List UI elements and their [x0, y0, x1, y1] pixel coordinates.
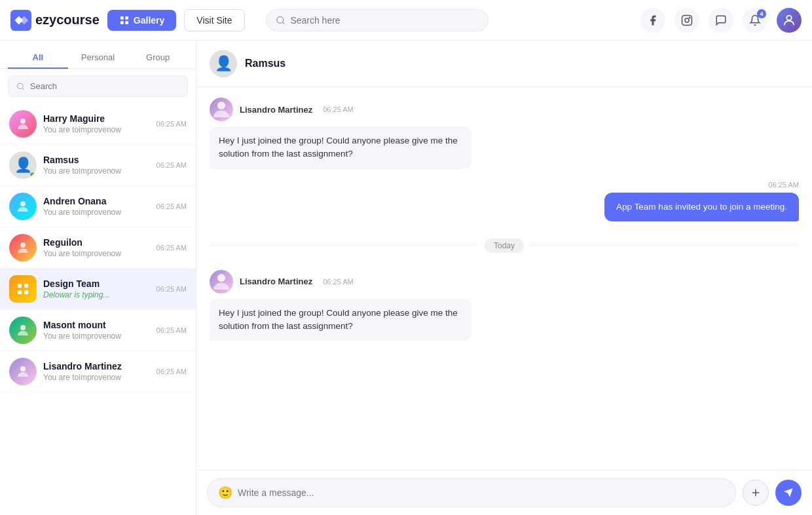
- contact-preview-design: Delowar is typing...: [43, 290, 150, 299]
- contact-info-lisandro: Lisandro Martinez You are toimprovenow: [43, 361, 150, 382]
- sidebar-search-input[interactable]: [30, 81, 179, 91]
- contact-preview-ramsus: You are toimprovenow: [43, 166, 150, 176]
- avatar-masont: [9, 316, 37, 344]
- tab-personal[interactable]: Personal: [68, 47, 128, 69]
- svg-point-18: [20, 325, 26, 330]
- message-bubble-row-3: Hey I just joined the group! Could anyon…: [210, 299, 799, 341]
- logo-text: ezycourse: [35, 12, 100, 28]
- main-content: All Personal Group Harry Maguire You are…: [0, 41, 812, 515]
- message-sender-row-3: Lisandro Martinez 06:25 AM: [210, 270, 799, 294]
- contact-item-reguilon[interactable]: Reguilon You are toimprovenow 06:25 AM: [0, 227, 196, 269]
- send-message-button[interactable]: [775, 480, 802, 506]
- contact-time-design: 06:25 AM: [157, 285, 187, 293]
- svg-point-5: [276, 16, 283, 23]
- contact-item-lisandro[interactable]: Lisandro Martinez You are toimprovenow 0…: [0, 351, 196, 392]
- global-search-input[interactable]: [290, 15, 478, 26]
- contact-name-harry: Harry Maguire: [43, 113, 150, 124]
- svg-point-19: [20, 366, 26, 372]
- contact-list: Harry Maguire You are toimprovenow 06:25…: [0, 104, 196, 515]
- contact-time-harry: 06:25 AM: [157, 120, 187, 128]
- contact-item-design[interactable]: Design Team Delowar is typing... 06:25 A…: [0, 269, 196, 310]
- avatar-andren: [9, 193, 37, 220]
- avatar-lisandro: [9, 358, 37, 385]
- header-icons: 4: [640, 8, 802, 33]
- contact-name-lisandro: Lisandro Martinez: [43, 361, 150, 372]
- contact-name-reguilon: Reguilon: [43, 237, 150, 248]
- message-bubble-row-1: Hey I just joined the group! Could anyon…: [210, 126, 799, 169]
- messages-button[interactable]: [709, 8, 733, 33]
- contact-item-masont[interactable]: Masont mount You are toimprovenow 06:25 …: [0, 310, 196, 351]
- svg-rect-15: [24, 284, 28, 288]
- day-divider: Today: [210, 238, 799, 253]
- contact-preview-lisandro: You are toimprovenow: [43, 373, 150, 382]
- tab-all[interactable]: All: [8, 47, 68, 69]
- contact-time-reguilon: 06:25 AM: [157, 244, 187, 252]
- svg-rect-1: [120, 16, 124, 20]
- sidebar-tabs: All Personal Group: [0, 41, 196, 69]
- contact-item-andren[interactable]: Andren Onana You are toimprovenow 06:25 …: [0, 186, 196, 227]
- message-sender-avatar-1: [210, 98, 233, 121]
- message-time-3: 06:25 AM: [323, 278, 353, 286]
- message-input[interactable]: [238, 487, 725, 498]
- message-bubble-3: Hey I just joined the group! Could anyon…: [210, 299, 471, 341]
- facebook-button[interactable]: [640, 8, 665, 33]
- message-time-2: 06:25 AM: [769, 181, 799, 189]
- emoji-picker-icon[interactable]: 🙂: [218, 486, 232, 500]
- person-icon-ramsus: 👤: [14, 157, 32, 174]
- divider-line-left: [210, 245, 478, 246]
- gallery-button[interactable]: Gallery: [107, 10, 176, 31]
- chat-contact-name: Ramsus: [245, 58, 286, 69]
- contact-time-ramsus: 06:25 AM: [157, 161, 187, 169]
- svg-point-9: [786, 15, 791, 20]
- contact-preview-andren: You are toimprovenow: [43, 208, 150, 217]
- svg-point-12: [20, 201, 26, 206]
- divider-line-right: [530, 245, 799, 246]
- sidebar: All Personal Group Harry Maguire You are…: [0, 41, 196, 515]
- message-group-1: Lisandro Martinez 06:25 AM Hey I just jo…: [210, 98, 799, 169]
- contact-item-harry[interactable]: Harry Maguire You are toimprovenow 06:25…: [0, 104, 196, 145]
- svg-point-7: [685, 18, 689, 22]
- svg-rect-6: [682, 15, 692, 25]
- avatar-design: [9, 275, 37, 303]
- visit-site-button[interactable]: Visit Site: [184, 9, 244, 31]
- svg-point-8: [689, 17, 690, 18]
- message-sender-avatar-3: [210, 270, 233, 294]
- contact-item-ramsus[interactable]: 👤 Ramsus You are toimprovenow 06:25 AM: [0, 145, 196, 186]
- message-sender-name-1: Lisandro Martinez: [240, 105, 312, 115]
- search-icon: [276, 15, 286, 26]
- chat-header: 👤 Ramsus: [196, 41, 812, 87]
- message-group-3: Lisandro Martinez 06:25 AM Hey I just jo…: [210, 270, 799, 341]
- chat-messages: Lisandro Martinez 06:25 AM Hey I just jo…: [196, 87, 812, 470]
- instagram-button[interactable]: [674, 8, 699, 33]
- emoji-react-button-1[interactable]: 😊: [478, 153, 494, 168]
- contact-preview-masont: You are toimprovenow: [43, 332, 150, 341]
- notifications-button[interactable]: 4: [743, 8, 767, 33]
- contact-info-design: Design Team Delowar is typing...: [43, 278, 150, 299]
- avatar-ramsus: 👤: [9, 151, 37, 179]
- chat-input-area: 🙂: [196, 470, 812, 515]
- svg-point-10: [18, 83, 24, 89]
- contact-info-harry: Harry Maguire You are toimprovenow: [43, 113, 150, 134]
- tab-group[interactable]: Group: [128, 47, 188, 69]
- online-indicator-ramsus: [29, 172, 35, 178]
- notification-badge: 4: [757, 9, 766, 18]
- chat-area: 👤 Ramsus Lisandro Martinez 06:25 AM Hey …: [196, 41, 812, 515]
- contact-preview-reguilon: You are toimprovenow: [43, 249, 150, 258]
- contact-time-andren: 06:25 AM: [157, 202, 187, 210]
- svg-rect-4: [125, 21, 128, 24]
- logo[interactable]: ezycourse: [10, 10, 100, 31]
- reply-button-1[interactable]: [498, 153, 511, 169]
- more-button-1[interactable]: ⋮: [515, 153, 528, 168]
- sidebar-search-box: [8, 75, 188, 97]
- svg-rect-17: [24, 290, 28, 294]
- contact-time-lisandro: 06:25 AM: [157, 368, 187, 375]
- svg-rect-3: [120, 21, 124, 24]
- message-sender-name-3: Lisandro Martinez: [240, 277, 312, 286]
- more-button-3[interactable]: ⋮: [515, 326, 528, 341]
- reply-button-3[interactable]: [498, 325, 511, 341]
- message-bubble-1: Hey I just joined the group! Could anyon…: [210, 126, 471, 169]
- user-avatar[interactable]: [777, 8, 802, 33]
- contact-name-andren: Andren Onana: [43, 196, 150, 206]
- emoji-react-button-3[interactable]: 😊: [478, 326, 494, 341]
- add-attachment-button[interactable]: [743, 480, 769, 506]
